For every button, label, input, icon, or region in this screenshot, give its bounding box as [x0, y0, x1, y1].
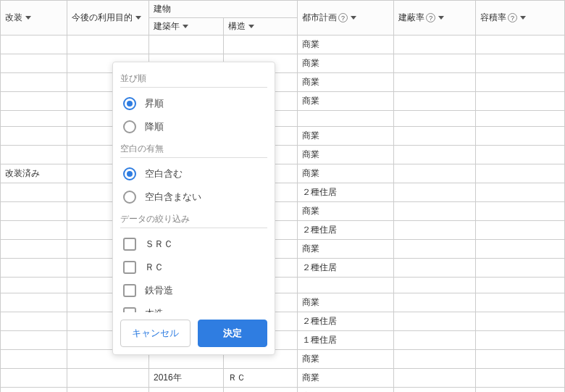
- cell-struct: [223, 36, 298, 54]
- table-row: [1, 111, 565, 127]
- chevron-down-icon: [135, 16, 141, 20]
- cell-plan: [298, 278, 394, 293]
- help-icon[interactable]: ?: [508, 13, 517, 22]
- cell-plan: 商業: [298, 240, 394, 259]
- blank-include-option[interactable]: 空白含む: [120, 162, 267, 185]
- cell-kaiso: [1, 240, 67, 259]
- radio-icon: [123, 191, 136, 204]
- cell-purpose: [67, 388, 149, 393]
- table-row: ２種住居: [1, 312, 565, 331]
- cell-kaiso: [1, 293, 67, 312]
- cell-yoseki: [476, 164, 565, 183]
- cell-yoseki: [476, 331, 565, 350]
- cell-yoseki: [476, 240, 565, 259]
- table-row: 改装済み商業: [1, 164, 565, 183]
- option-label: ＲＣ: [145, 261, 164, 274]
- cell-kaiso: [1, 369, 67, 388]
- blank-exclude-option[interactable]: 空白含まない: [120, 185, 267, 209]
- cell-kaiso: [1, 221, 67, 240]
- filter-option-src[interactable]: ＳＲＣ: [120, 233, 267, 256]
- popup-actions: キャンセル 決定: [113, 312, 275, 354]
- cell-yoseki: [476, 388, 565, 393]
- cell-kaiso: [1, 278, 67, 293]
- help-icon[interactable]: ?: [426, 13, 435, 22]
- cell-yoseki: [476, 92, 565, 111]
- cell-yoseki: [476, 183, 565, 202]
- table-row: 商業: [1, 36, 565, 54]
- cell-kaiso: [1, 259, 67, 278]
- help-icon[interactable]: ?: [338, 13, 348, 22]
- cell-plan: 商業: [298, 369, 394, 388]
- cell-purpose: [67, 36, 149, 54]
- header-year[interactable]: 建築年: [149, 18, 224, 36]
- header-struct[interactable]: 構造: [223, 18, 298, 36]
- cell-plan: ２種住居: [298, 183, 394, 202]
- cell-plan: 商業: [298, 127, 394, 146]
- cell-kenpei: [394, 164, 476, 183]
- cell-yoseki: [476, 54, 565, 73]
- filter-popup: 並び順 昇順 降順 空白の有無 空白含む 空白含まない データの絞り込み ＳＲＣ…: [112, 62, 275, 355]
- cell-kenpei: [394, 127, 476, 146]
- header-city-plan[interactable]: 都市計画?: [298, 1, 394, 36]
- table-row: 商業: [1, 73, 565, 92]
- cell-kenpei: [394, 312, 476, 331]
- blank-section-label: 空白の有無: [120, 138, 267, 158]
- cell-kenpei: [394, 350, 476, 369]
- cell-kaiso: [1, 36, 67, 54]
- table-row: １種住居: [1, 331, 565, 350]
- cell-plan: 商業: [298, 202, 394, 221]
- table-row: 商業: [1, 293, 565, 312]
- cell-kenpei: [394, 388, 476, 393]
- option-label: 昇順: [145, 97, 164, 110]
- table-row: [1, 278, 565, 293]
- cell-kenpei: [394, 240, 476, 259]
- cell-kaiso: [1, 202, 67, 221]
- cell-kenpei: [394, 221, 476, 240]
- cancel-button[interactable]: キャンセル: [120, 320, 191, 347]
- option-label: 木造: [145, 307, 164, 312]
- cell-kaiso: [1, 388, 67, 393]
- filter-option-wood[interactable]: 木造: [120, 302, 267, 312]
- cell-year: 2020年: [149, 388, 224, 393]
- cell-kenpei: [394, 111, 476, 127]
- cell-kaiso: [1, 331, 67, 350]
- ok-button[interactable]: 決定: [198, 320, 268, 347]
- sort-asc-option[interactable]: 昇順: [120, 92, 267, 115]
- header-kenpei[interactable]: 建蔽率?: [394, 1, 476, 36]
- cell-yoseki: [476, 293, 565, 312]
- header-yoseki[interactable]: 容積率?: [476, 1, 565, 36]
- radio-icon: [123, 167, 136, 180]
- cell-kenpei: [394, 369, 476, 388]
- option-label: 降順: [145, 120, 164, 133]
- cell-yoseki: [476, 127, 565, 146]
- cell-plan: 商業: [298, 36, 394, 54]
- table-row: ２種住居: [1, 259, 565, 278]
- sort-desc-option[interactable]: 降順: [120, 115, 267, 138]
- chevron-down-icon: [25, 16, 31, 20]
- filter-option-rc[interactable]: ＲＣ: [120, 256, 267, 279]
- cell-kaiso: [1, 146, 67, 164]
- cell-plan: 商業: [298, 293, 394, 312]
- cell-yoseki: [476, 312, 565, 331]
- cell-kenpei: [394, 36, 476, 54]
- cell-kaiso: [1, 350, 67, 369]
- cell-kenpei: [394, 146, 476, 164]
- table-row: 2016年ＲＣ商業: [1, 369, 565, 388]
- checkbox-icon: [123, 307, 136, 312]
- cell-year: 2016年: [149, 369, 224, 388]
- cell-kenpei: [394, 92, 476, 111]
- cell-plan: 商業: [298, 146, 394, 164]
- option-label: 空白含まない: [145, 191, 201, 204]
- header-purpose[interactable]: 今後の利用目的: [67, 1, 149, 36]
- chevron-down-icon: [248, 25, 254, 28]
- popup-scroll-area[interactable]: 並び順 昇順 降順 空白の有無 空白含む 空白含まない データの絞り込み ＳＲＣ…: [113, 62, 275, 312]
- table-row: 商業: [1, 240, 565, 259]
- cell-kenpei: [394, 331, 476, 350]
- filter-option-steel[interactable]: 鉄骨造: [120, 279, 267, 302]
- header-building-group: 建物: [149, 1, 298, 18]
- header-kaiso[interactable]: 改装: [1, 1, 67, 36]
- table-row: 商業: [1, 350, 565, 369]
- cell-kaiso: 改装済み: [1, 164, 67, 183]
- cell-plan: ２種住居: [298, 312, 394, 331]
- chevron-down-icon: [183, 25, 188, 28]
